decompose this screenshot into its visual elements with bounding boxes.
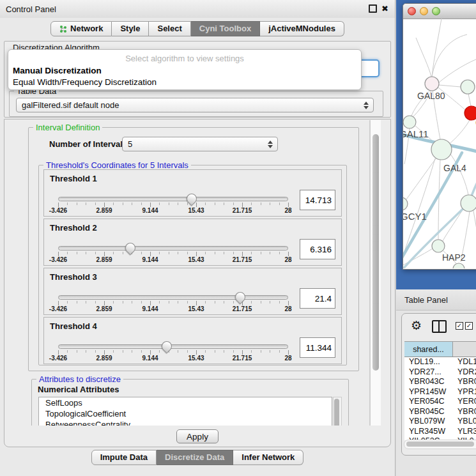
- slider-track[interactable]: [58, 295, 288, 300]
- table-row[interactable]: YLR345WYLR3: [404, 427, 476, 437]
- table-cell[interactable]: YDR27...: [404, 367, 453, 378]
- threshold-value-field[interactable]: [300, 239, 335, 259]
- thresholds-group-label: Threshold's Coordinates for 5 Intervals: [43, 160, 191, 170]
- column-header-name[interactable]: na: [453, 342, 476, 357]
- slider-tick: [95, 252, 96, 254]
- tab-label: jActiveMNodules: [268, 22, 335, 36]
- tab-jactivemnodules[interactable]: jActiveMNodules: [260, 21, 344, 36]
- table-cell[interactable]: YDL1: [453, 357, 476, 367]
- table-row[interactable]: YER054CYER0: [404, 397, 476, 407]
- slider-thumb[interactable]: [160, 339, 174, 354]
- attribute-list-item[interactable]: TopologicalCoefficient: [39, 408, 332, 419]
- threshold-slider[interactable]: -3.4262.8599.14415.4321.71528: [56, 341, 291, 362]
- table-row[interactable]: YDL19...YDL1: [404, 357, 476, 367]
- scrollbar-thumb[interactable]: [372, 134, 379, 371]
- slider-tick: [159, 203, 160, 205]
- slider-tick: [215, 301, 215, 303]
- minimize-traffic-light-icon[interactable]: [420, 7, 428, 15]
- slider-track[interactable]: [58, 344, 288, 349]
- table-cell[interactable]: YPR1: [453, 387, 476, 397]
- slider-track[interactable]: [58, 197, 288, 201]
- table-cell[interactable]: YBR0: [453, 377, 476, 387]
- numerical-attributes-list[interactable]: SelfLoopsTopologicalCoefficientBetweenne…: [38, 397, 332, 426]
- table-cell[interactable]: YBR0: [453, 407, 476, 417]
- attributes-scrollbar[interactable]: [333, 397, 342, 426]
- threshold-panel: Threshold 2 -3.4262.8599.14415.4321.7152…: [43, 219, 342, 266]
- tab-network[interactable]: Network: [50, 21, 112, 36]
- table-data-combobox[interactable]: galFiltered.sif default node: [16, 98, 374, 112]
- close-icon[interactable]: ✖: [381, 4, 388, 13]
- threshold-value-field[interactable]: [300, 288, 335, 309]
- popup-option-manual[interactable]: Manual Discretization: [13, 66, 102, 75]
- slider-tick: [123, 301, 123, 303]
- slider-tick: [77, 252, 77, 254]
- tab-infer-network[interactable]: Infer Network: [233, 450, 303, 465]
- num-intervals-combobox[interactable]: 5: [122, 137, 278, 151]
- table-row[interactable]: YPR145WYPR1: [404, 387, 476, 397]
- float-window-icon[interactable]: [369, 4, 377, 13]
- attribute-list-item[interactable]: BetweennessCentrality: [39, 419, 332, 426]
- table-horizontal-scrollbar[interactable]: [404, 440, 476, 449]
- table-cell[interactable]: YDL19...: [404, 357, 453, 367]
- scrollbar-thumb[interactable]: [406, 441, 474, 447]
- select-all-checkbox-icon[interactable]: ✓: [456, 322, 463, 330]
- threshold-value-field[interactable]: [300, 337, 335, 358]
- table-cell[interactable]: YBL0: [453, 417, 476, 427]
- table-cell[interactable]: YBR045C: [404, 407, 453, 417]
- tab-discretize-data[interactable]: Discretize Data: [157, 450, 233, 465]
- panel-title: Control Panel: [6, 4, 56, 14]
- table-row[interactable]: YDR27...YDR2: [404, 367, 476, 378]
- slider-tick: [86, 203, 86, 205]
- table-row[interactable]: YBL079WYBL0: [404, 417, 476, 427]
- slider-tick: [58, 203, 59, 207]
- slider-tick: [123, 350, 123, 353]
- table-cell[interactable]: YER0: [453, 397, 476, 407]
- scrollbar-thumb[interactable]: [334, 399, 339, 426]
- gear-icon[interactable]: ⚙: [411, 318, 422, 332]
- slider-tick: [113, 252, 114, 254]
- table-row[interactable]: YBR043CYBR0: [404, 377, 476, 387]
- tab-style[interactable]: Style: [112, 21, 149, 36]
- node-label-gal11: GAL11: [403, 128, 429, 139]
- table-cell[interactable]: YPR145W: [404, 387, 453, 397]
- slider-track[interactable]: [58, 246, 288, 250]
- num-intervals-value: 5: [128, 139, 132, 149]
- zoom-traffic-light-icon[interactable]: [432, 7, 440, 15]
- threshold-slider[interactable]: -3.4262.8599.14415.4321.71528: [56, 242, 291, 264]
- column-header-shared-name[interactable]: shared...: [404, 342, 453, 357]
- slider-tick: [123, 203, 123, 205]
- network-canvas[interactable]: GAL80 GA C GAL11 GAL4 GCY1 H HAP2: [403, 19, 476, 268]
- apply-button[interactable]: Apply: [176, 429, 219, 443]
- slider-thumb[interactable]: [233, 290, 248, 305]
- network-window-titlebar[interactable]: [403, 4, 476, 19]
- network-view-window[interactable]: GAL80 GA C GAL11 GAL4 GCY1 H HAP2: [403, 3, 476, 270]
- threshold-value-field[interactable]: [300, 190, 335, 210]
- settings-vertical-scrollbar[interactable]: [370, 120, 381, 426]
- slider-tick: [233, 252, 234, 254]
- close-traffic-light-icon[interactable]: [408, 7, 416, 15]
- node-top-right: [461, 80, 475, 94]
- table-cell[interactable]: YER054C: [404, 397, 453, 407]
- settings-scroll-viewport: Interval Definition Number of Intervals …: [5, 120, 370, 426]
- desktop-background: GAL80 GA C GAL11 GAL4 GCY1 H HAP2: [396, 0, 476, 289]
- table-cell[interactable]: YBL079W: [404, 417, 453, 427]
- threshold-slider[interactable]: -3.4262.8599.14415.4321.71528: [56, 193, 291, 215]
- table-cell[interactable]: YBR043C: [404, 377, 453, 387]
- table-cell[interactable]: YLR345W: [404, 427, 453, 437]
- tab-select[interactable]: Select: [149, 21, 190, 36]
- table-cell[interactable]: YLR3: [453, 427, 476, 437]
- select-none-checkbox-icon[interactable]: ✓: [465, 322, 473, 330]
- slider-tick: [288, 301, 289, 305]
- tab-cyni-toolbox[interactable]: Cyni Toolbox: [191, 21, 260, 36]
- slider-thumb[interactable]: [123, 241, 137, 256]
- threshold-slider[interactable]: -3.4262.8599.14415.4321.71528: [56, 291, 291, 313]
- popup-option-equal-width[interactable]: Equal Width/Frequency Discretization: [13, 77, 157, 87]
- table-cell[interactable]: YDR2: [453, 367, 476, 378]
- table-row[interactable]: YBR045CYBR0: [404, 407, 476, 417]
- slider-tick: [261, 350, 261, 353]
- tab-impute-data[interactable]: Impute Data: [91, 450, 157, 465]
- table-body: YDL19...YDL1YDR27...YDR2YBR043CYBR0YPR14…: [404, 357, 476, 440]
- split-columns-icon[interactable]: [432, 320, 447, 333]
- attribute-list-item[interactable]: SelfLoops: [39, 397, 332, 408]
- slider-tick: [224, 252, 224, 254]
